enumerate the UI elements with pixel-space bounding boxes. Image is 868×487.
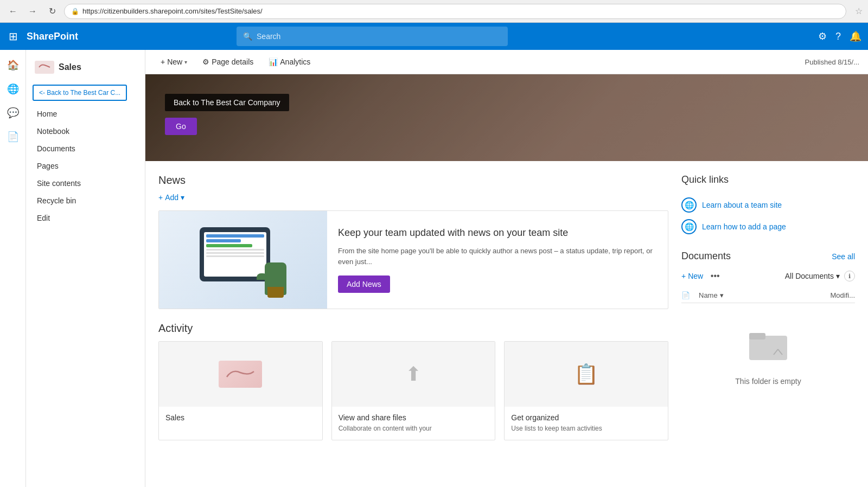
help-icon[interactable]: ? [835, 31, 841, 42]
sidebar-item-site-contents[interactable]: Site contents [26, 175, 145, 192]
documents-header: Documents See all [681, 251, 855, 262]
news-card-content: Keep your team updated with news on your… [327, 211, 668, 309]
site-title: Sales [26, 56, 145, 82]
screen-line-6 [206, 255, 264, 257]
news-card: Keep your team updated with news on your… [158, 210, 668, 309]
refresh-button[interactable]: ↻ [44, 4, 60, 19]
activity-card-view-share-body: View and share files Collaborate on cont… [332, 407, 495, 440]
docs-new-label: New [688, 272, 703, 280]
activity-card-sales: Sales [158, 341, 323, 440]
icon-rail: 🏠 🌐 💬 📄 [0, 50, 26, 487]
add-news-button[interactable]: Add News [338, 275, 390, 293]
empty-folder-icon [746, 325, 790, 370]
content-area: + New ▾ ⚙ Page details 📊 Analytics Publi… [145, 50, 868, 487]
content-aside: Quick links 🌐 Learn about a team site 🌐 … [681, 174, 855, 440]
analytics-label: Analytics [280, 57, 310, 66]
search-bar[interactable]: 🔍 Search [237, 27, 508, 46]
quick-links-title: Quick links [681, 174, 855, 185]
quick-link-1[interactable]: 🌐 Learn about a team site [681, 194, 855, 216]
docs-view-button[interactable]: All Documents ▾ [785, 272, 840, 280]
sidebar: Sales <- Back to The Best Car C... Home … [26, 50, 145, 487]
hero-banner: Back to The Best Car Company Go [145, 74, 868, 161]
tablet-screen [204, 232, 266, 277]
waffle-icon[interactable]: ⊞ [7, 28, 20, 45]
sidebar-item-documents[interactable]: Documents [26, 140, 145, 157]
chevron-down-icon: ▾ [181, 193, 184, 202]
hero-go-button[interactable]: Go [165, 118, 197, 135]
content-toolbar: + New ▾ ⚙ Page details 📊 Analytics Publi… [145, 50, 868, 74]
globe-icon[interactable]: 🌐 [2, 78, 24, 100]
docs-more-button[interactable]: ••• [707, 268, 723, 284]
sidebar-item-home[interactable]: Home [26, 105, 145, 123]
page-details-button[interactable]: ⚙ Page details [196, 54, 260, 69]
activity-card-view-share-image: ⬆ [332, 342, 495, 407]
quick-link-1-label: Learn about a team site [702, 201, 782, 209]
news-add-button[interactable]: + Add ▾ [158, 193, 184, 202]
activity-card-sales-body: Sales [159, 407, 322, 431]
screen-line-1 [206, 234, 264, 238]
url-text: https://citizenbuilders.sharepoint.com/s… [82, 7, 263, 15]
sidebar-item-edit[interactable]: Edit [26, 209, 145, 227]
hero-back-label: Back to The Best Car Company [165, 94, 289, 111]
sales-logo [219, 361, 262, 388]
hero-overlay [145, 74, 868, 161]
chat-icon[interactable]: 💬 [2, 102, 24, 124]
chevron-down-icon: ▾ [184, 59, 187, 65]
main-layout: 🏠 🌐 💬 📄 Sales <- Back to The Best Car C.… [0, 50, 868, 487]
sidebar-item-pages[interactable]: Pages [26, 157, 145, 175]
doc-name-col-header[interactable]: Name ▾ [699, 291, 812, 299]
back-to-parent-btn[interactable]: <- Back to The Best Car C... [33, 85, 127, 101]
settings-icon[interactable]: ⚙ [818, 30, 827, 42]
sidebar-nav: Home Notebook Documents Pages Site conte… [26, 105, 145, 227]
docs-empty-state: This folder is empty [681, 303, 855, 407]
docs-table-header: 📄 Name ▾ Modifi... [681, 288, 855, 303]
svg-rect-1 [749, 333, 765, 339]
analytics-button[interactable]: 📊 Analytics [262, 54, 317, 69]
docs-empty-text: This folder is empty [735, 377, 801, 386]
page-icon[interactable]: 📄 [2, 126, 24, 148]
doc-type-col-header: 📄 [681, 291, 699, 299]
home-icon[interactable]: 🏠 [2, 54, 24, 76]
docs-new-button[interactable]: + New [681, 272, 703, 280]
see-all-link[interactable]: See all [832, 252, 855, 261]
docs-info-button[interactable]: ℹ [844, 271, 855, 281]
sp-topbar: ⊞ SharePoint 🔍 Search ⚙ ? 🔔 [0, 23, 868, 50]
quick-link-2[interactable]: 🌐 Learn how to add a page [681, 216, 855, 238]
new-button[interactable]: + New ▾ [154, 54, 194, 69]
new-label: New [167, 57, 182, 66]
news-section-title: News [158, 174, 668, 187]
quick-link-2-label: Learn how to add a page [702, 222, 786, 231]
cactus-pot [267, 287, 284, 298]
plus-icon: + [161, 57, 165, 66]
details-icon: ⚙ [202, 57, 209, 66]
back-button[interactable]: ← [5, 4, 21, 19]
activity-card-get-organized-image: 📋 [505, 342, 668, 407]
sp-logo[interactable]: SharePoint [27, 31, 78, 42]
search-placeholder: Search [257, 32, 280, 41]
notification-icon[interactable]: 🔔 [850, 30, 861, 42]
bookmark-icon[interactable]: ☆ [855, 6, 863, 16]
quick-links-section: Quick links 🌐 Learn about a team site 🌐 … [681, 174, 855, 238]
browser-bar: ← → ↻ 🔒 https://citizenbuilders.sharepoi… [0, 0, 868, 23]
activity-card-get-organized-desc: Use lists to keep team activities [511, 424, 661, 433]
activity-card-sales-image [159, 342, 322, 407]
plus-icon: + [158, 193, 163, 202]
news-image [159, 211, 327, 309]
doc-modified-col-header: Modifi... [812, 291, 855, 299]
docs-view-label: All Documents [785, 272, 834, 280]
forward-button[interactable]: → [25, 4, 40, 19]
news-card-body: From the site home page you'll be able t… [338, 246, 657, 267]
screen-line-5 [206, 252, 264, 254]
url-bar[interactable]: 🔒 https://citizenbuilders.sharepoint.com… [64, 4, 846, 19]
published-status: Published 8/15/... [805, 58, 859, 66]
documents-title: Documents [681, 251, 832, 262]
page-details-label: Page details [212, 57, 253, 66]
sidebar-item-notebook[interactable]: Notebook [26, 123, 145, 140]
activity-title: Activity [158, 322, 668, 335]
activity-card-get-organized-title: Get organized [511, 413, 661, 422]
activity-card-view-share-desc: Collaborate on content with your [339, 424, 489, 433]
sidebar-item-recycle-bin[interactable]: Recycle bin [26, 192, 145, 209]
share-files-icon: ⬆ [405, 363, 422, 386]
content-main: News + Add ▾ [158, 174, 668, 440]
activity-card-view-share-title: View and share files [339, 413, 489, 422]
